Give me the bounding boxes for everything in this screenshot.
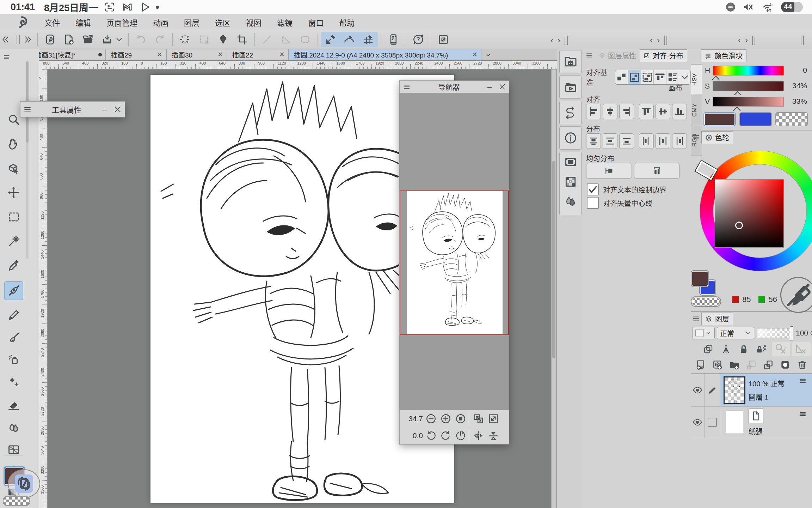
zoom-out-icon[interactable] bbox=[424, 412, 438, 425]
close-icon[interactable] bbox=[496, 83, 509, 91]
tool-brush[interactable] bbox=[5, 329, 23, 347]
menu-item-帮助[interactable]: 帮助 bbox=[339, 17, 355, 28]
slider-marker[interactable] bbox=[733, 107, 741, 111]
new-layer-icon[interactable] bbox=[694, 358, 708, 372]
panel-menu-icon[interactable] bbox=[583, 52, 595, 59]
undo-icon[interactable] bbox=[133, 32, 149, 47]
tool-eraser[interactable] bbox=[5, 396, 23, 413]
sub-color-swatch[interactable] bbox=[739, 112, 772, 126]
basis-canvas-icon[interactable] bbox=[628, 70, 641, 84]
layer-thumbnail[interactable] bbox=[724, 376, 745, 404]
dock-scroll-1[interactable]: ‹› bbox=[548, 34, 570, 47]
main-color-swatch[interactable] bbox=[703, 112, 736, 126]
slider-stepper[interactable] bbox=[810, 96, 812, 107]
canvas-scrollbar[interactable] bbox=[551, 69, 556, 508]
basis-free-icon[interactable] bbox=[615, 70, 628, 84]
redo-icon[interactable] bbox=[152, 32, 168, 47]
lock-icon[interactable] bbox=[737, 342, 751, 356]
panel-menu-icon[interactable] bbox=[20, 105, 35, 114]
tool-palette-menu-icon[interactable] bbox=[2, 54, 11, 61]
transparent-color-swatch[interactable] bbox=[691, 297, 720, 306]
menu-item-动画[interactable]: 动画 bbox=[153, 17, 168, 28]
open-file-icon[interactable] bbox=[80, 32, 96, 47]
zoom-100-icon[interactable] bbox=[454, 412, 467, 425]
clip-icon[interactable] bbox=[701, 342, 715, 356]
navigator-panel[interactable]: 导航器 34.7 0.0 bbox=[399, 80, 509, 445]
even-vertical-button[interactable] bbox=[586, 163, 632, 179]
menu-item-视图[interactable]: 视图 bbox=[246, 17, 262, 28]
menu-item-选区[interactable]: 选区 bbox=[215, 17, 230, 28]
swap-color-button[interactable] bbox=[8, 469, 40, 498]
sub-color-toggle-button[interactable] bbox=[780, 277, 812, 313]
dock-scroll-4[interactable] bbox=[801, 34, 806, 47]
select-shape-icon[interactable] bbox=[215, 32, 231, 47]
menu-item-页面管理[interactable]: 页面管理 bbox=[106, 17, 137, 28]
auto-action-icon[interactable] bbox=[559, 101, 582, 124]
dock-scroll-3[interactable]: ‹› bbox=[736, 34, 757, 47]
panel-menu-icon[interactable] bbox=[691, 315, 701, 322]
align-top-button[interactable] bbox=[639, 104, 654, 119]
crop-icon[interactable] bbox=[234, 32, 250, 47]
tab-color-sliders[interactable]: 颜色滑块 bbox=[701, 49, 746, 62]
info-icon[interactable] bbox=[559, 126, 582, 150]
save-options-chevron-icon[interactable] bbox=[115, 32, 124, 47]
distribute-top-button[interactable] bbox=[586, 133, 601, 149]
csp-badge-icon[interactable] bbox=[42, 32, 58, 47]
basis-text-icon[interactable] bbox=[666, 70, 679, 84]
draft-checkbox[interactable] bbox=[708, 418, 717, 427]
deselect-icon[interactable] bbox=[196, 32, 212, 47]
opacity-stepper[interactable] bbox=[809, 328, 812, 338]
layer-menu-icon[interactable] bbox=[796, 407, 810, 421]
transparent-color-swatch[interactable] bbox=[3, 496, 30, 506]
clapperboard-icon[interactable] bbox=[559, 75, 582, 99]
canvas-tab-3[interactable]: 插画30✕ bbox=[166, 49, 227, 60]
select-line-icon[interactable] bbox=[259, 32, 275, 47]
tool-move[interactable] bbox=[5, 184, 23, 201]
minimize-icon[interactable] bbox=[484, 83, 496, 91]
slider-bar-S[interactable] bbox=[713, 81, 784, 91]
tool-palette-scrollbar[interactable] bbox=[26, 61, 29, 259]
main-color-swatch[interactable] bbox=[691, 271, 708, 286]
canvas-tab-5[interactable]: 插圖.2024.12.9-0 (A4 2480 x 3508px 300dpi … bbox=[289, 49, 481, 60]
layer-mask-icon[interactable] bbox=[778, 358, 792, 372]
tool-frame[interactable] bbox=[5, 441, 23, 459]
snap-grid-icon[interactable] bbox=[361, 32, 376, 47]
slider-marker[interactable] bbox=[734, 91, 742, 95]
sv-marker[interactable] bbox=[735, 222, 743, 229]
snap-ruler-icon[interactable] bbox=[322, 32, 338, 47]
select-lasso-icon[interactable] bbox=[278, 32, 294, 47]
tab-close-icon[interactable]: ✕ bbox=[472, 50, 478, 59]
layer-menu-icon[interactable] bbox=[796, 374, 810, 388]
even-horizontal-button[interactable] bbox=[634, 163, 680, 179]
palette-scroll-left-icon[interactable] bbox=[1, 32, 10, 47]
visibility-eye-icon[interactable] bbox=[691, 383, 704, 397]
align-bottom-button[interactable] bbox=[672, 104, 687, 119]
csp-logo-icon[interactable] bbox=[15, 15, 29, 29]
toolbar-grip[interactable] bbox=[17, 35, 20, 44]
tab-overflow-chevron-icon[interactable]: ⌄ bbox=[485, 49, 491, 58]
slider-bar-V[interactable] bbox=[713, 97, 784, 107]
align-center-h-button[interactable] bbox=[603, 104, 617, 119]
sv-square[interactable] bbox=[715, 179, 784, 248]
distribute-right-button[interactable] bbox=[672, 133, 687, 149]
expand-icon[interactable] bbox=[436, 32, 451, 47]
tool-blend[interactable] bbox=[5, 419, 23, 436]
tab-layers[interactable]: 图层 bbox=[701, 313, 733, 325]
select-rect-icon[interactable] bbox=[297, 32, 313, 47]
new-material-icon[interactable] bbox=[710, 358, 725, 372]
color-mode-tab-HSV[interactable]: HSV bbox=[691, 64, 702, 95]
close-icon[interactable] bbox=[111, 105, 125, 114]
tool-object3d[interactable] bbox=[5, 159, 23, 177]
tab-align-distribute[interactable]: 对齐·分布 bbox=[640, 49, 687, 62]
merge-down-icon[interactable] bbox=[761, 358, 775, 372]
rotate-left-icon[interactable] bbox=[424, 429, 438, 442]
snap-curve-icon[interactable] bbox=[342, 32, 357, 47]
save-icon[interactable] bbox=[99, 32, 115, 47]
new-file-icon[interactable] bbox=[61, 32, 77, 47]
tool-properties-panel[interactable]: 工具属性 bbox=[20, 101, 125, 117]
layer-row-1[interactable]: 100 % 正常 圖層 1 bbox=[691, 373, 812, 407]
align-middle-v-button[interactable] bbox=[656, 104, 670, 119]
tool-sparkle[interactable] bbox=[5, 373, 23, 391]
menu-item-滤镜[interactable]: 滤镜 bbox=[277, 17, 293, 28]
layer-thumbnail[interactable] bbox=[726, 411, 743, 434]
